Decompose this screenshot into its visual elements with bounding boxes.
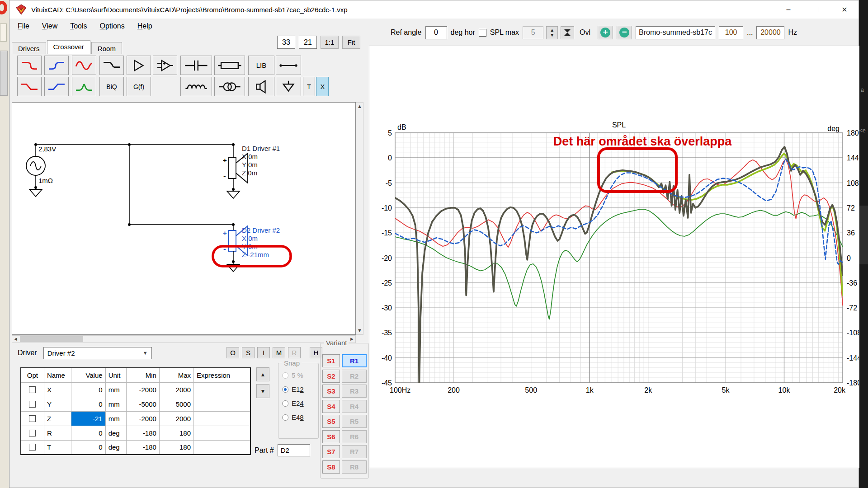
- schematic-canvas[interactable]: 2,83V1mΩ+-D1 Driver #1X 0mY 0mZ 0m+-D2 D…: [12, 102, 356, 335]
- opt-cell[interactable]: [21, 426, 44, 440]
- overlay-name-input[interactable]: [636, 26, 715, 39]
- resistor-button[interactable]: [214, 56, 245, 75]
- fit-button[interactable]: Fit: [342, 36, 360, 49]
- wire-button[interactable]: [276, 56, 301, 75]
- overlay-remove-button[interactable]: −: [617, 26, 632, 39]
- variant-save-s2[interactable]: S2: [322, 370, 340, 383]
- text-tool-button[interactable]: T: [303, 77, 315, 96]
- variant-save-s1[interactable]: S1: [322, 354, 340, 367]
- mode-button-m[interactable]: M: [273, 347, 285, 358]
- radio-icon[interactable]: [282, 414, 288, 421]
- expression-cell[interactable]: [194, 382, 251, 397]
- part-number-input[interactable]: D2: [278, 444, 310, 456]
- min-cell[interactable]: -2000: [126, 382, 159, 397]
- expression-cell[interactable]: [194, 440, 251, 455]
- opamp-button[interactable]: [153, 56, 177, 75]
- highpass2-button[interactable]: [44, 77, 69, 96]
- scroll-left-icon[interactable]: ◄: [12, 336, 19, 343]
- capacitor-button[interactable]: [180, 56, 212, 75]
- value-cell[interactable]: 0: [71, 397, 105, 411]
- variant-save-s8[interactable]: S8: [322, 460, 340, 474]
- max-cell[interactable]: 2000: [159, 411, 193, 426]
- variant-save-s5[interactable]: S5: [322, 415, 340, 428]
- minimize-button[interactable]: –: [774, 0, 802, 19]
- variant-recall-r8[interactable]: R8: [342, 460, 367, 474]
- menu-view[interactable]: View: [36, 19, 64, 33]
- opt-cell[interactable]: [21, 440, 44, 455]
- radio-icon[interactable]: [282, 400, 288, 407]
- driver-select[interactable]: Driver #2 ▼: [43, 347, 152, 359]
- spl-max-input[interactable]: [523, 26, 543, 39]
- opt-checkbox[interactable]: [29, 430, 36, 436]
- tab-drivers[interactable]: Drivers: [12, 42, 46, 54]
- variant-save-s6[interactable]: S6: [322, 430, 340, 443]
- lowpass2-button[interactable]: [17, 77, 42, 96]
- scroll-up-icon[interactable]: ▲: [356, 103, 363, 110]
- snap-option-E48[interactable]: E48: [282, 413, 315, 421]
- spl-max-checkbox[interactable]: [479, 29, 486, 37]
- buffer-button[interactable]: [127, 56, 151, 75]
- freq-min-input[interactable]: [719, 26, 743, 39]
- delete-tool-button[interactable]: X: [316, 77, 329, 96]
- expression-cell[interactable]: [194, 426, 251, 440]
- autoscale-button[interactable]: [561, 26, 574, 39]
- radio-icon[interactable]: [282, 386, 288, 393]
- grid-x-input[interactable]: 33: [277, 36, 295, 49]
- scroll-down-icon[interactable]: ▼: [356, 327, 363, 334]
- scroll-right-icon[interactable]: ►: [349, 336, 355, 343]
- table-row-r[interactable]: R0deg-180180: [21, 426, 250, 440]
- max-cell[interactable]: 180: [159, 440, 193, 455]
- opt-checkbox[interactable]: [29, 401, 36, 408]
- gf-button[interactable]: G(f): [127, 77, 151, 96]
- max-cell[interactable]: 2000: [159, 382, 193, 397]
- value-cell[interactable]: 0: [71, 382, 105, 397]
- ref-angle-input[interactable]: [425, 26, 447, 39]
- max-cell[interactable]: 180: [159, 426, 193, 440]
- shelf-button[interactable]: [99, 56, 124, 75]
- min-cell[interactable]: -180: [126, 426, 159, 440]
- menu-help[interactable]: Help: [131, 19, 159, 33]
- variant-save-s7[interactable]: S7: [322, 445, 340, 458]
- opt-cell[interactable]: [21, 382, 44, 397]
- maximize-button[interactable]: [802, 0, 830, 19]
- table-row-y[interactable]: Y0mm-50005000: [21, 397, 250, 411]
- ground-button[interactable]: [276, 77, 301, 96]
- peak-eq-button[interactable]: [72, 77, 96, 96]
- move-down-button[interactable]: ▼: [256, 384, 269, 398]
- tab-crossover[interactable]: Crossover: [47, 40, 90, 54]
- overlay-add-button[interactable]: +: [598, 26, 613, 39]
- min-cell[interactable]: -2000: [126, 411, 159, 426]
- min-cell[interactable]: -180: [126, 440, 159, 455]
- value-cell[interactable]: -21: [71, 411, 105, 426]
- opt-checkbox[interactable]: [29, 415, 36, 422]
- variant-recall-r6[interactable]: R6: [342, 430, 367, 443]
- expression-cell[interactable]: [194, 411, 251, 426]
- transformer-button[interactable]: [214, 77, 245, 96]
- menu-file[interactable]: File: [11, 19, 36, 33]
- lowpass1-button[interactable]: [17, 56, 42, 75]
- opt-checkbox[interactable]: [29, 386, 36, 393]
- mode-button-s[interactable]: S: [242, 347, 255, 358]
- expression-cell[interactable]: [194, 397, 251, 411]
- schematic-horizontal-scrollbar[interactable]: ◄ ►: [12, 335, 356, 343]
- table-row-z[interactable]: Z-21mm-20002000: [21, 411, 250, 426]
- opt-cell[interactable]: [21, 397, 44, 411]
- scrollbar-thumb[interactable]: [20, 336, 83, 342]
- bandpass1-button[interactable]: [72, 56, 96, 75]
- move-up-button[interactable]: ▲: [256, 367, 269, 381]
- library-button[interactable]: LIB: [248, 56, 274, 75]
- variant-recall-r3[interactable]: R3: [342, 385, 367, 398]
- highpass1-button[interactable]: [44, 56, 69, 75]
- variant-recall-r7[interactable]: R7: [342, 445, 367, 458]
- opt-cell[interactable]: [21, 411, 44, 426]
- variant-recall-r5[interactable]: R5: [342, 415, 367, 428]
- value-cell[interactable]: 0: [71, 440, 105, 455]
- table-row-t[interactable]: T0deg-180180: [21, 440, 250, 455]
- freq-max-input[interactable]: [756, 26, 784, 39]
- mode-button-r[interactable]: R: [288, 347, 301, 358]
- title-bar[interactable]: VituixCAD: C:\Users\surf\Documents\Vitui…: [9, 0, 859, 19]
- schematic-vertical-scrollbar[interactable]: ▲ ▼: [356, 102, 363, 335]
- tab-room[interactable]: Room: [91, 42, 122, 54]
- variant-save-s4[interactable]: S4: [322, 400, 340, 413]
- grid-y-input[interactable]: 21: [299, 36, 317, 49]
